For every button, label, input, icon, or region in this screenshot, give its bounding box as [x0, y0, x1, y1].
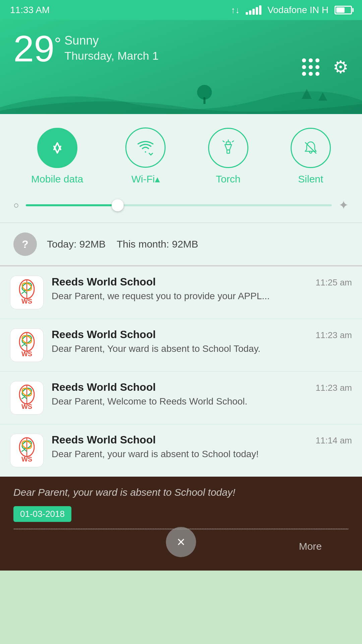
app-icon-reeds: WS [10, 328, 44, 362]
brightness-slider[interactable] [26, 204, 332, 206]
notif-timestamp: 11:23 am [316, 383, 352, 393]
landscape-decoration [0, 74, 362, 114]
quick-settings-panel: Mobile data Wi-Fi▴ [0, 114, 362, 222]
mobile-data-button[interactable] [37, 128, 77, 168]
notif-message: Dear Parent, Your ward is absent to Scho… [52, 343, 352, 354]
svg-line-8 [223, 141, 224, 142]
data-usage-row[interactable]: ? Today: 92MB This month: 92MB [0, 223, 362, 265]
app-icon-reeds: WS [10, 276, 44, 309]
notification-content: Reeds World School 11:25 am Dear Parent,… [52, 276, 352, 302]
wifi-icon [136, 139, 155, 157]
notif-message: Dear Parent, we request you to provide y… [52, 291, 352, 302]
signal-bars-icon [246, 5, 261, 15]
signal-arrows-icon: ↑↓ [231, 5, 240, 15]
silent-button[interactable] [291, 128, 331, 168]
bottom-preview-panel: Dear Parent, your ward is absent to Scho… [0, 477, 362, 571]
brightness-control: ○ ✦ [10, 198, 352, 212]
svg-rect-5 [227, 150, 230, 153]
weather-condition: Sunny [64, 34, 159, 48]
notification-item[interactable]: WS Reeds World School 11:14 am Dear Pare… [0, 424, 362, 477]
svg-text:WS: WS [21, 298, 32, 305]
notif-timestamp: 11:23 am [316, 330, 352, 340]
notification-content: Reeds World School 11:23 am Dear Parent,… [52, 381, 352, 407]
preview-message: Dear Parent, your ward is absent to Scho… [13, 487, 349, 498]
silent-label: Silent [298, 173, 323, 185]
date-badge: 01-03-2018 [13, 506, 71, 522]
notif-message: Dear Parent, your ward is absent to Scho… [52, 449, 352, 460]
app-icon-reeds: WS [10, 434, 44, 467]
notification-item[interactable]: WS Reeds World School 11:23 am Dear Pare… [0, 319, 362, 372]
torch-label: Torch [216, 173, 240, 185]
toggle-mobile-data[interactable]: Mobile data [31, 128, 83, 185]
notif-app-name: Reeds World School [52, 328, 156, 341]
reeds-logo: WS [12, 383, 42, 413]
close-button[interactable]: × [166, 527, 196, 557]
svg-text:WS: WS [21, 455, 32, 463]
torch-icon [220, 139, 237, 157]
torch-button[interactable] [208, 128, 248, 168]
notif-message: Dear Parent, Welcome to Reeds World Scho… [52, 396, 352, 407]
wifi-button[interactable] [125, 127, 166, 168]
battery-icon [335, 6, 352, 14]
carrier-label: Vodafone IN H [267, 5, 328, 15]
app-icon-reeds: WS [10, 381, 44, 415]
data-usage-icon: ? [13, 232, 37, 256]
weather-section: 29° Sunny Thursday, March 1 ⚙ [0, 20, 362, 114]
quick-toggles-row: Mobile data Wi-Fi▴ [10, 127, 352, 185]
mobile-data-icon [49, 140, 66, 156]
brightness-low-icon: ○ [13, 200, 19, 211]
more-label[interactable]: More [299, 541, 322, 552]
svg-text:WS: WS [21, 350, 32, 358]
toggle-torch[interactable]: Torch [208, 128, 248, 185]
svg-line-7 [232, 141, 234, 142]
svg-rect-1 [203, 97, 205, 104]
status-bar: 11:33 AM ↑↓ Vodafone IN H [0, 0, 362, 20]
time-display: 11:33 AM [10, 5, 50, 15]
silent-icon [302, 139, 319, 157]
notification-content: Reeds World School 11:23 am Dear Parent,… [52, 328, 352, 354]
reeds-logo: WS [12, 330, 42, 360]
notification-item[interactable]: WS Reeds World School 11:25 am Dear Pare… [0, 266, 362, 319]
wifi-label: Wi-Fi▴ [131, 173, 160, 185]
weather-temperature: 29° [13, 30, 61, 67]
data-usage-text: Today: 92MB This month: 92MB [47, 238, 198, 250]
notifications-list: WS Reeds World School 11:25 am Dear Pare… [0, 266, 362, 477]
reeds-logo: WS [12, 435, 42, 466]
weather-date: Thursday, March 1 [64, 49, 159, 62]
weather-info: Sunny Thursday, March 1 [64, 34, 159, 62]
notif-app-name: Reeds World School [52, 434, 156, 446]
notif-timestamp: 11:25 am [316, 277, 352, 288]
reeds-logo: WS [12, 277, 42, 308]
notif-app-name: Reeds World School [52, 381, 156, 393]
svg-text:WS: WS [21, 403, 32, 410]
brightness-high-icon: ✦ [339, 198, 349, 212]
toggle-wifi[interactable]: Wi-Fi▴ [125, 127, 166, 185]
notif-timestamp: 11:14 am [316, 435, 352, 446]
mobile-data-label: Mobile data [31, 173, 83, 185]
notification-content: Reeds World School 11:14 am Dear Parent,… [52, 434, 352, 460]
toggle-silent[interactable]: Silent [291, 128, 331, 185]
notif-app-name: Reeds World School [52, 276, 156, 288]
notification-item[interactable]: WS Reeds World School 11:23 am Dear Pare… [0, 372, 362, 424]
status-indicators: ↑↓ Vodafone IN H [231, 5, 352, 15]
